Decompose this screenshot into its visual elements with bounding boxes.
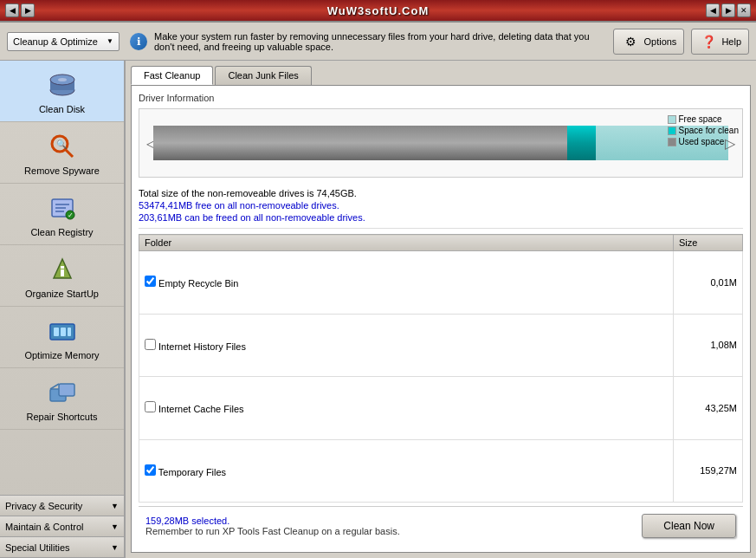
title-bar-text: WuW3softU.CoM: [327, 4, 429, 17]
sidebar-label-organize-startup: Organize StartUp: [25, 289, 99, 299]
options-icon: ⚙: [621, 32, 640, 51]
title-btn-close[interactable]: ✕: [737, 3, 751, 17]
legend-used: Used space: [668, 137, 740, 146]
svg-point-3: [58, 78, 67, 81]
svg-rect-19: [68, 328, 71, 336]
title-btn-r1[interactable]: ◀: [706, 3, 720, 17]
sidebar-item-repair-shortcuts[interactable]: Repair Shortcuts: [0, 368, 124, 430]
remove-spyware-icon: 🔍: [45, 129, 80, 164]
category-dropdown-label: Cleanup & Optimize: [13, 36, 98, 47]
stats-section: Total size of the non-removeable drives …: [139, 185, 743, 229]
sidebar-bottom: Privacy & Security ▼ Maintain & Control …: [0, 495, 124, 558]
folder-label-empty-recycle: Empty Recycle Bin: [158, 278, 238, 289]
options-label: Options: [643, 36, 676, 47]
checkbox-empty-recycle[interactable]: [145, 276, 156, 287]
reminder-text: Remember to run XP Tools Fast Cleanup on…: [145, 526, 400, 536]
top-actions: ⚙ Options ❓ Help: [613, 29, 749, 55]
top-description: ℹ Make your system run faster by removin…: [120, 31, 613, 52]
drive-bar: [153, 126, 728, 160]
svg-rect-14: [61, 269, 64, 276]
tab-clean-junk-files[interactable]: Clean Junk Files: [215, 66, 311, 85]
title-btn-forward[interactable]: ▶: [21, 3, 35, 17]
sidebar-item-clean-registry[interactable]: ✓ Clean Registry: [0, 184, 124, 245]
svg-line-22: [50, 384, 59, 389]
svg-rect-15: [61, 266, 64, 269]
title-bar-right-buttons[interactable]: ◀ ▶ ✕: [706, 3, 751, 17]
table-row: Empty Recycle Bin 0,01M: [139, 251, 743, 315]
sidebar-label-repair-shortcuts: Repair Shortcuts: [27, 412, 98, 422]
selected-text: 159,28MB selected.: [145, 516, 400, 526]
folder-label-internet-cache: Internet Cache Files: [158, 404, 243, 414]
stats-total: Total size of the non-removeable drives …: [139, 188, 743, 198]
special-utilities-label: Special Utilities: [5, 542, 70, 553]
legend-used-label: Used space: [679, 137, 725, 146]
chart-legend: Free space Space for clean Used space: [668, 114, 740, 146]
col-size: Size: [674, 235, 743, 251]
legend-space-for-clean: Space for clean: [668, 126, 740, 135]
description-icon: ℹ: [130, 33, 147, 50]
privacy-security-dropdown[interactable]: Privacy & Security ▼: [0, 496, 124, 516]
title-bar: ◀ ▶ WuW3softU.CoM ◀ ▶ ✕: [0, 0, 756, 23]
body-layout: Clean Disk 🔍 Remove Spyware: [0, 61, 756, 558]
bar-used: [153, 126, 567, 160]
tab-bar: Fast Cleanup Clean Junk Files: [131, 66, 751, 85]
folder-label-temp-files: Temporary Files: [158, 467, 226, 477]
stats-free: 53474,41MB free on all non-removeable dr…: [139, 200, 743, 211]
title-btn-back[interactable]: ◀: [5, 3, 19, 17]
checkbox-internet-history[interactable]: [145, 339, 156, 350]
help-button[interactable]: ❓ Help: [691, 29, 749, 55]
svg-line-5: [65, 150, 73, 158]
sidebar: Clean Disk 🔍 Remove Spyware: [0, 61, 126, 558]
maintain-chevron-icon: ▼: [111, 522, 119, 531]
sidebar-item-clean-disk[interactable]: Clean Disk: [0, 61, 124, 122]
tab-clean-junk-files-label: Clean Junk Files: [228, 70, 298, 81]
legend-free-color: [668, 115, 676, 124]
content-panel: Driver Information ◁ ▷ Free space: [131, 85, 751, 553]
sidebar-item-organize-startup[interactable]: Organize StartUp: [0, 245, 124, 307]
folder-label-internet-history: Internet History Files: [158, 341, 246, 352]
table-row: Internet Cache Files 43,25M: [139, 377, 743, 440]
bottom-bar-text: 159,28MB selected. Remember to run XP To…: [145, 516, 400, 536]
sidebar-item-remove-spyware[interactable]: 🔍 Remove Spyware: [0, 122, 124, 184]
svg-rect-18: [61, 328, 66, 336]
svg-rect-17: [54, 328, 59, 336]
clean-now-button[interactable]: Clean Now: [642, 514, 736, 538]
description-text: Make your system run faster by removing …: [154, 31, 603, 52]
title-bar-left-buttons[interactable]: ◀ ▶: [5, 3, 35, 17]
bar-space-for-clean: [567, 126, 596, 160]
clean-disk-icon: [45, 68, 80, 102]
legend-free: Free space: [668, 114, 740, 124]
folder-table: Folder Size Empty Recycle Bin 0,01M Inte…: [139, 234, 743, 503]
special-chevron-icon: ▼: [111, 543, 119, 552]
title-btn-r2[interactable]: ▶: [721, 3, 735, 17]
tab-fast-cleanup[interactable]: Fast Cleanup: [131, 66, 213, 85]
legend-free-label: Free space: [679, 114, 722, 124]
table-row: Internet History Files 1,08M: [139, 314, 743, 377]
clean-registry-icon: ✓: [45, 191, 80, 225]
maintain-control-dropdown[interactable]: Maintain & Control ▼: [0, 516, 124, 537]
main-container: Cleanup & Optimize ▼ ℹ Make your system …: [0, 23, 756, 558]
sidebar-label-clean-disk: Clean Disk: [39, 104, 85, 114]
main-content: Fast Cleanup Clean Junk Files Driver Inf…: [126, 61, 756, 558]
size-cell-internet-cache: 43,25M: [674, 377, 743, 440]
sidebar-label-remove-spyware: Remove Spyware: [24, 165, 100, 176]
table-row: Temporary Files 159,27M: [139, 439, 743, 503]
top-bar: Cleanup & Optimize ▼ ℹ Make your system …: [0, 23, 756, 61]
checkbox-internet-cache[interactable]: [145, 401, 156, 412]
special-utilities-dropdown[interactable]: Special Utilities ▼: [0, 537, 124, 558]
help-icon: ❓: [699, 32, 718, 51]
category-dropdown[interactable]: Cleanup & Optimize ▼: [7, 32, 120, 51]
tab-fast-cleanup-label: Fast Cleanup: [144, 70, 200, 81]
col-folder: Folder: [139, 235, 674, 251]
size-cell-internet-history: 1,08M: [674, 314, 743, 377]
size-cell-temp-files: 159,27M: [674, 439, 743, 503]
svg-text:✓: ✓: [68, 211, 74, 219]
sidebar-label-optimize-memory: Optimize Memory: [24, 350, 99, 360]
svg-rect-21: [59, 384, 74, 396]
size-cell-empty-recycle: 0,01M: [674, 251, 743, 315]
checkbox-temp-files[interactable]: [145, 464, 156, 476]
bottom-bar: 159,28MB selected. Remember to run XP To…: [139, 506, 743, 545]
sidebar-item-optimize-memory[interactable]: Optimize Memory: [0, 307, 124, 368]
privacy-chevron-icon: ▼: [111, 502, 119, 510]
options-button[interactable]: ⚙ Options: [613, 29, 684, 55]
